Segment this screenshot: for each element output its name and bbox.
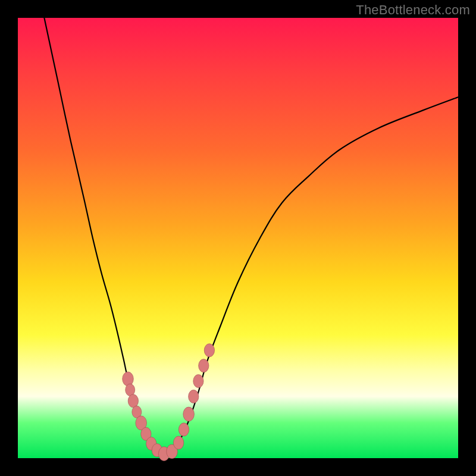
marker-point <box>123 372 134 386</box>
marker-point <box>193 374 203 387</box>
marker-point <box>204 344 214 357</box>
marker-point <box>178 423 189 436</box>
marker-point <box>128 394 138 408</box>
marker-point <box>173 436 183 449</box>
marker-point <box>199 359 209 372</box>
plot-area <box>18 18 458 458</box>
chart-frame: TheBottleneck.com <box>0 0 476 476</box>
marker-layer <box>123 344 215 461</box>
watermark-text: TheBottleneck.com <box>356 2 470 18</box>
curve-layer <box>44 18 458 454</box>
marker-point <box>189 390 199 403</box>
series-right-branch <box>163 97 458 453</box>
marker-point <box>126 384 135 396</box>
series-left-branch <box>44 18 163 454</box>
marker-point <box>183 407 195 421</box>
chart-svg <box>18 18 458 458</box>
